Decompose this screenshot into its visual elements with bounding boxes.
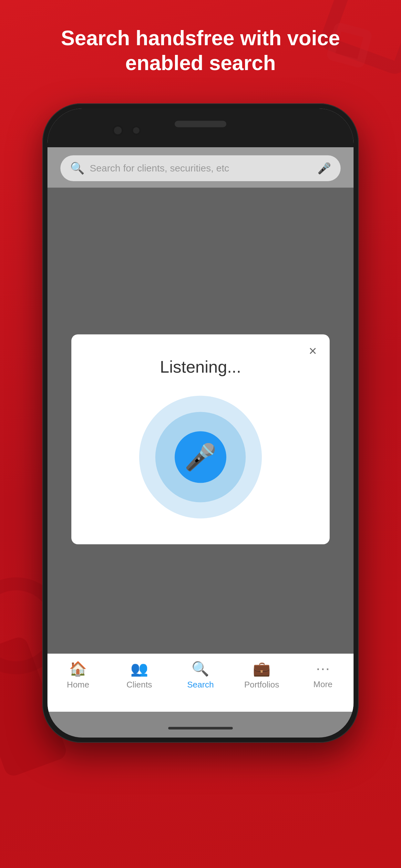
- portfolios-icon: 💼: [253, 660, 271, 677]
- home-icon: 🏠: [69, 660, 87, 677]
- nav-label-portfolios: Portfolios: [244, 680, 279, 690]
- mic-outer-ring: 🎤: [139, 396, 262, 518]
- phone-outer-frame: 🔍 Search for clients, securities, etc 🎤 …: [42, 103, 359, 743]
- clients-icon: 👥: [130, 660, 148, 677]
- search-nav-icon: 🔍: [191, 660, 209, 677]
- home-indicator: [168, 727, 233, 730]
- nav-label-search: Search: [187, 680, 214, 690]
- phone-camera-left: [112, 125, 124, 136]
- phone-camera-right: [131, 126, 141, 135]
- phone-speaker: [175, 121, 226, 127]
- nav-item-portfolios[interactable]: 💼 Portfolios: [231, 660, 292, 690]
- page-title: Search handsfree with voice enabled sear…: [0, 26, 401, 75]
- mic-active-icon: 🎤: [184, 442, 217, 472]
- search-bar-area: 🔍 Search for clients, securities, etc 🎤: [48, 146, 353, 188]
- more-icon: ⋯: [316, 660, 330, 677]
- nav-label-more: More: [313, 679, 333, 689]
- mic-middle-ring: 🎤: [155, 412, 246, 502]
- nav-label-home: Home: [67, 680, 89, 690]
- search-placeholder-text: Search for clients, securities, etc: [90, 163, 312, 174]
- search-icon: 🔍: [70, 161, 85, 175]
- phone-top-bar: [48, 108, 353, 147]
- nav-item-clients[interactable]: 👥 Clients: [109, 660, 170, 690]
- mic-button[interactable]: 🎤: [175, 431, 226, 483]
- listening-title: Listening...: [160, 357, 241, 376]
- microphone-icon[interactable]: 🎤: [317, 162, 331, 175]
- phone-inner-frame: 🔍 Search for clients, securities, etc 🎤 …: [48, 108, 353, 738]
- phone-mockup: 🔍 Search for clients, securities, etc 🎤 …: [42, 103, 359, 743]
- bottom-navigation: 🏠 Home 👥 Clients 🔍 Search 💼 Portfolios: [48, 654, 353, 712]
- nav-item-more[interactable]: ⋯ More: [292, 660, 353, 689]
- nav-item-search[interactable]: 🔍 Search: [170, 660, 231, 690]
- phone-screen: 🔍 Search for clients, securities, etc 🎤 …: [48, 146, 353, 712]
- close-button[interactable]: ×: [309, 344, 317, 358]
- search-bar[interactable]: 🔍 Search for clients, securities, etc 🎤: [60, 155, 341, 181]
- nav-item-home[interactable]: 🏠 Home: [48, 660, 109, 690]
- listening-modal: × Listening... 🎤: [71, 334, 330, 544]
- gray-overlay: × Listening... 🎤: [48, 188, 353, 712]
- nav-label-clients: Clients: [127, 680, 152, 690]
